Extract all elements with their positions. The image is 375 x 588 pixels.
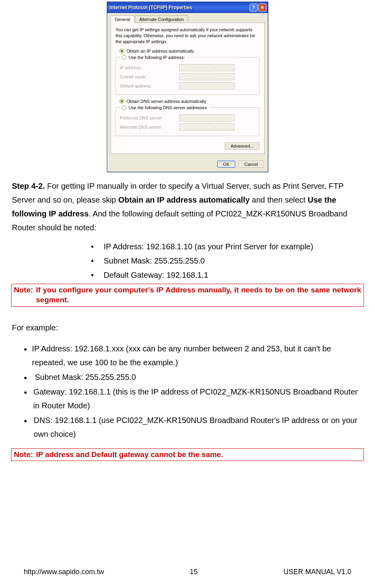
input-alternate-dns[interactable]: . . .: [179, 123, 235, 131]
radio-icon: [121, 105, 126, 110]
general-panel: You can get IP settings assigned automat…: [110, 23, 265, 154]
radio-label: Obtain an IP address automatically: [127, 49, 194, 53]
radio-label: Use the following IP address:: [129, 55, 185, 60]
note-label: Note:: [14, 285, 36, 305]
example-list: ●IP Address: 192.168.1.xxx (xxx can be a…: [24, 342, 363, 441]
page-footer: http://www.sapido.com.tw 15 USER MANUAL …: [0, 568, 375, 576]
note-text: If you configure your computer's IP Addr…: [36, 285, 361, 305]
input-subnet-mask[interactable]: . . .: [179, 73, 235, 80]
label-ip-address: IP address:: [120, 65, 179, 70]
input-preferred-dns[interactable]: . . .: [179, 114, 235, 121]
step-paragraph: Step 4-2. For getting IP manually in ord…: [12, 179, 363, 235]
document-body: Step 4-2. For getting IP manually in ord…: [0, 172, 375, 281]
bullet-icon: ●: [24, 413, 34, 441]
footer-version: USER MANUAL V1.0: [284, 568, 351, 576]
cancel-button[interactable]: Cancel: [239, 161, 264, 168]
list-item: •IP Address: 192.168.1.10 (as your Print…: [91, 240, 363, 253]
input-ip-address[interactable]: . . .: [179, 64, 235, 71]
default-settings-list: •IP Address: 192.168.1.10 (as your Print…: [91, 240, 363, 281]
radio-obtain-ip-auto[interactable]: Obtain an IP address automatically: [119, 49, 259, 53]
example-section: For example: ●IP Address: 192.168.1.xxx …: [0, 314, 375, 441]
dns-server-group: Use the following DNS server addresses: …: [116, 105, 259, 136]
radio-obtain-dns-auto[interactable]: Obtain DNS server address automatically: [119, 99, 259, 104]
label-preferred-dns: Preferred DNS server:: [120, 116, 179, 120]
tcpip-properties-dialog: Internet Protocol (TCP/IP) Properties ? …: [107, 2, 268, 172]
bullet-icon: ●: [24, 385, 33, 413]
list-item: •Default Gateway: 192.168.1.1: [91, 269, 363, 281]
radio-use-following-dns[interactable]: Use the following DNS server addresses:: [120, 105, 210, 110]
label-alternate-dns: Alternate DNS server:: [120, 125, 179, 129]
ip-address-group: Use the following IP address: IP address…: [116, 55, 259, 95]
list-item: ●DNS: 192.168.1.1 (use PCI022_MZK-KR150N…: [24, 413, 363, 441]
list-item: ●Gateway: 192.168.1.1 (this is the IP ad…: [24, 385, 363, 413]
footer-url: http://www.sapido.com.tw: [24, 568, 104, 576]
dialog-footer: OK Cancel: [107, 157, 268, 172]
step-number: Step 4-2.: [12, 182, 45, 190]
radio-label: Obtain DNS server address automatically: [127, 99, 206, 104]
example-label: For example:: [12, 321, 363, 335]
note-label: Note:: [14, 450, 36, 460]
panel-description: You can get IP settings assigned automat…: [116, 27, 259, 45]
advanced-button[interactable]: Advanced...: [225, 142, 259, 150]
ok-button[interactable]: OK: [217, 161, 235, 168]
radio-icon: [119, 99, 124, 104]
radio-label: Use the following DNS server addresses:: [129, 105, 208, 110]
list-item: •Subnet Mask: 255.255.255.0: [91, 254, 363, 267]
tab-row: General Alternate Configuration: [107, 13, 268, 23]
tab-alternate-configuration[interactable]: Alternate Configuration: [135, 15, 188, 23]
bullet-icon: ●: [24, 342, 32, 370]
radio-use-following-ip[interactable]: Use the following IP address:: [120, 55, 186, 60]
help-button[interactable]: ?: [250, 4, 258, 11]
close-button[interactable]: ✕: [258, 4, 266, 11]
footer-page-number: 15: [190, 568, 198, 576]
window-title: Internet Protocol (TCP/IP) Properties: [110, 5, 249, 10]
list-item: ●IP Address: 192.168.1.xxx (xxx can be a…: [24, 342, 363, 370]
note-ip-gateway-diff: Note: IP address and Default gateway can…: [11, 448, 364, 461]
radio-icon: [119, 49, 124, 53]
input-default-gateway[interactable]: . . .: [179, 82, 235, 89]
tab-general[interactable]: General: [110, 15, 134, 23]
bullet-icon: •: [91, 269, 104, 281]
note-same-segment: Note: If you configure your computer's I…: [11, 284, 364, 307]
note-text: IP address and Default gateway cannot be…: [36, 450, 223, 460]
radio-icon: [121, 55, 126, 60]
bullet-icon: •: [91, 240, 104, 253]
bullet-icon: •: [91, 254, 104, 267]
list-item: ●Subnet Mask: 255.255.255.0: [24, 370, 363, 384]
bullet-icon: ●: [24, 370, 35, 384]
label-default-gateway: Default gateway:: [120, 83, 179, 88]
titlebar[interactable]: Internet Protocol (TCP/IP) Properties ? …: [107, 2, 268, 13]
label-subnet-mask: Subnet mask:: [120, 74, 179, 79]
